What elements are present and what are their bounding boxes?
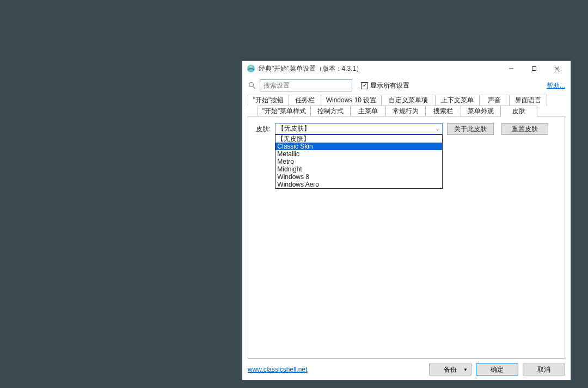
tab-win10-settings[interactable]: Windows 10 设置 xyxy=(321,95,382,106)
ok-button[interactable]: 确定 xyxy=(476,364,518,375)
show-all-checkbox[interactable]: ✓ 显示所有设置 xyxy=(361,81,409,90)
backup-label: 备份 xyxy=(444,365,457,374)
search-input[interactable] xyxy=(260,79,352,91)
tab-custom-menu[interactable]: 自定义菜单项 xyxy=(381,95,436,106)
svg-line-7 xyxy=(253,87,255,89)
app-icon xyxy=(247,64,255,73)
skin-option-midnight[interactable]: Midnight xyxy=(275,165,442,173)
tab-language[interactable]: 界面语言 xyxy=(509,95,547,106)
maximize-button[interactable] xyxy=(523,61,546,76)
settings-window: 经典"开始"菜单设置（版本：4.3.1） ✓ 显示所有设置 帮助... xyxy=(242,60,571,380)
chevron-down-icon: ⌄ xyxy=(436,126,440,132)
tab-controls[interactable]: 控制方式 xyxy=(310,106,351,116)
tab-main-menu[interactable]: 主菜单 xyxy=(350,106,386,116)
skin-combo-wrap: 【无皮肤】 ⌄ 【无皮肤】 Classic Skin Metallic Metr… xyxy=(275,123,443,134)
backup-button[interactable]: 备份 ▼ xyxy=(429,364,471,375)
svg-point-1 xyxy=(249,66,253,67)
about-skin-button[interactable]: 关于此皮肤 xyxy=(447,123,494,135)
skin-option-classic[interactable]: Classic Skin xyxy=(275,143,442,150)
combo-value: 【无皮肤】 xyxy=(278,124,310,133)
tab-menu-look[interactable]: 菜单外观 xyxy=(461,106,501,116)
tabs-row-1: "开始"按钮 任务栏 Windows 10 设置 自定义菜单项 上下文菜单 声音… xyxy=(248,95,565,106)
window-title: 经典"开始"菜单设置（版本：4.3.1） xyxy=(259,64,500,73)
minimize-button[interactable] xyxy=(500,61,523,76)
tab-skin[interactable]: 皮肤 xyxy=(500,106,537,116)
tab-general[interactable]: 常规行为 xyxy=(385,106,426,116)
window-controls xyxy=(500,61,568,76)
cancel-button[interactable]: 取消 xyxy=(523,364,565,375)
svg-point-6 xyxy=(249,83,254,87)
svg-rect-3 xyxy=(532,67,536,71)
toolbar: ✓ 显示所有设置 帮助... xyxy=(242,76,571,95)
tab-context-menu[interactable]: 上下文菜单 xyxy=(435,95,480,106)
show-all-label: 显示所有设置 xyxy=(370,81,409,90)
tab-panel-skin: 皮肤: 【无皮肤】 ⌄ 【无皮肤】 Classic Skin Metallic … xyxy=(248,116,565,359)
tab-sound[interactable]: 声音 xyxy=(479,95,510,106)
tab-start-style[interactable]: "开始"菜单样式 xyxy=(258,106,311,116)
footer: www.classicshell.net 备份 ▼ 确定 取消 xyxy=(242,359,571,380)
skin-combobox[interactable]: 【无皮肤】 ⌄ xyxy=(275,123,443,134)
content-area: "开始"按钮 任务栏 Windows 10 设置 自定义菜单项 上下文菜单 声音… xyxy=(242,95,571,359)
skin-option-metallic[interactable]: Metallic xyxy=(275,150,442,158)
website-link[interactable]: www.classicshell.net xyxy=(248,366,307,373)
tabs-row-2: "开始"菜单样式 控制方式 主菜单 常规行为 搜索栏 菜单外观 皮肤 xyxy=(248,106,565,116)
tabs: "开始"按钮 任务栏 Windows 10 设置 自定义菜单项 上下文菜单 声音… xyxy=(242,95,571,116)
skin-dropdown: 【无皮肤】 Classic Skin Metallic Metro Midnig… xyxy=(275,134,443,189)
checkbox-icon: ✓ xyxy=(361,82,368,89)
skin-option-aero[interactable]: Windows Aero xyxy=(275,181,442,188)
reset-skin-button[interactable]: 重置皮肤 xyxy=(501,123,548,135)
tab-search-box[interactable]: 搜索栏 xyxy=(425,106,461,116)
close-button[interactable] xyxy=(546,61,568,76)
titlebar: 经典"开始"菜单设置（版本：4.3.1） xyxy=(242,61,571,76)
skin-label: 皮肤: xyxy=(256,123,271,134)
tab-taskbar[interactable]: 任务栏 xyxy=(289,95,321,106)
tab-start-button[interactable]: "开始"按钮 xyxy=(248,95,289,106)
skin-option-win8[interactable]: Windows 8 xyxy=(275,173,442,181)
help-link[interactable]: 帮助... xyxy=(547,81,565,90)
skin-option-metro[interactable]: Metro xyxy=(275,158,442,165)
dropdown-arrow-icon: ▼ xyxy=(463,367,468,372)
skin-option-none[interactable]: 【无皮肤】 xyxy=(275,135,442,143)
search-icon xyxy=(248,81,256,90)
panel-content: 皮肤: 【无皮肤】 ⌄ 【无皮肤】 Classic Skin Metallic … xyxy=(248,116,565,141)
